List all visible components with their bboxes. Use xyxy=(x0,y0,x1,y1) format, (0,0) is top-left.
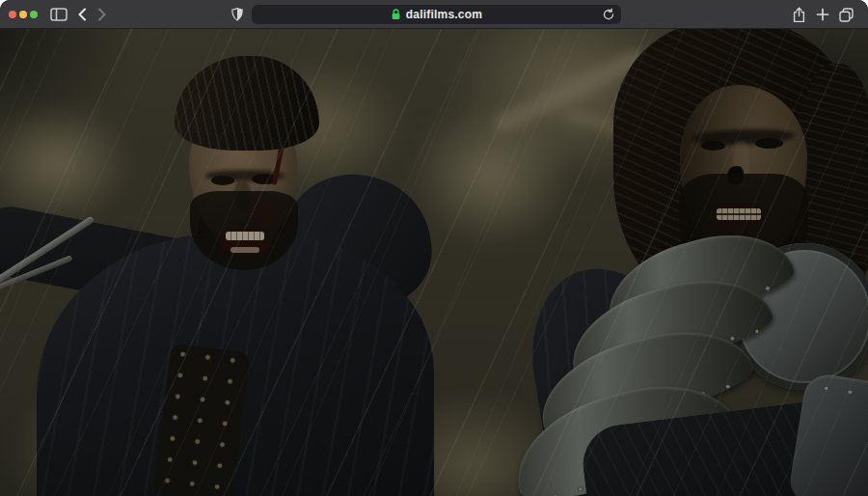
new-tab-button[interactable] xyxy=(814,6,831,23)
sidebar-toggle-icon xyxy=(50,8,68,21)
tab-overview-button[interactable] xyxy=(837,6,854,23)
close-window-button[interactable] xyxy=(9,11,16,18)
share-button[interactable] xyxy=(790,6,807,23)
address-bar[interactable]: dalifilms.com xyxy=(252,5,621,24)
back-button[interactable] xyxy=(73,6,91,23)
hero-photo xyxy=(0,29,868,496)
shield-icon xyxy=(231,7,244,22)
browser-window: dalifilms.com xyxy=(0,0,868,496)
tabs-icon xyxy=(838,7,854,23)
chevron-right-icon xyxy=(97,8,107,21)
plus-icon xyxy=(816,8,829,21)
privacy-shield-button[interactable] xyxy=(229,6,246,23)
share-icon xyxy=(792,7,806,23)
zoom-window-button[interactable] xyxy=(30,11,38,18)
url-text: dalifilms.com xyxy=(406,8,482,21)
minimize-window-button[interactable] xyxy=(19,11,27,18)
chevron-left-icon xyxy=(77,8,87,21)
padlock-icon xyxy=(391,9,401,20)
forward-button[interactable] xyxy=(94,6,111,23)
dark-vignette-overlay xyxy=(0,29,868,496)
reload-button[interactable] xyxy=(602,8,615,21)
browser-toolbar: dalifilms.com xyxy=(0,0,868,29)
sidebar-toggle-button[interactable] xyxy=(50,6,68,23)
reload-icon xyxy=(602,8,615,21)
